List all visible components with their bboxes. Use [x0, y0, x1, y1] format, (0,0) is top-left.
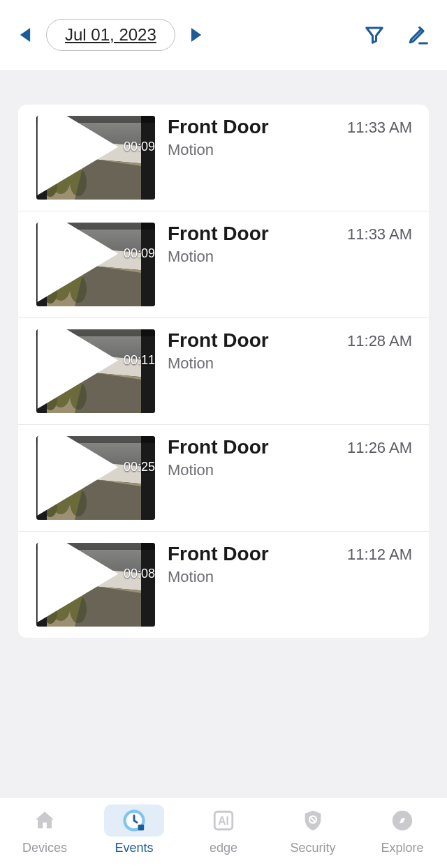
thumbnail-duration-overlay: 00:09 — [36, 116, 155, 195]
svg-rect-69 — [138, 824, 145, 830]
chevron-left-icon — [20, 28, 31, 42]
event-info: Front Door Motion — [155, 543, 347, 586]
thumbnail-duration: 00:09 — [124, 246, 155, 261]
nav-label: Devices — [22, 841, 67, 855]
next-day-button[interactable] — [188, 27, 205, 43]
event-thumbnail[interactable]: eufy 00:09 — [36, 116, 155, 200]
event-info: Front Door Motion — [155, 116, 347, 159]
date-navigator: Jul 01, 2023 — [17, 19, 205, 51]
event-time: 11:26 AM — [347, 436, 412, 457]
events-list: eufy 00:09 Front Door Motion 11:33 AM — [18, 105, 429, 638]
event-time: 11:28 AM — [347, 329, 412, 350]
thumbnail-duration: 00:25 — [124, 460, 155, 474]
svg-marker-66 — [38, 543, 119, 622]
chevron-right-icon — [191, 28, 202, 42]
nav-security[interactable]: Security — [283, 805, 343, 855]
svg-marker-14 — [38, 116, 119, 195]
nav-label: Events — [115, 841, 153, 855]
event-time: 11:12 AM — [347, 543, 412, 564]
event-thumbnail[interactable]: eufy 00:25 — [36, 436, 155, 520]
svg-marker-0 — [20, 28, 30, 42]
edit-icon — [406, 24, 429, 46]
thumbnail-duration-overlay: 00:08 — [36, 543, 155, 622]
thumbnail-duration-overlay: 00:25 — [36, 436, 155, 516]
event-type: Motion — [168, 461, 347, 479]
thumbnail-duration: 00:09 — [124, 140, 155, 154]
thumbnail-duration-overlay: 00:09 — [36, 223, 155, 302]
event-thumbnail[interactable]: eufy 00:08 — [36, 543, 155, 627]
event-camera-name: Front Door — [168, 436, 347, 458]
thumbnail-duration: 00:11 — [124, 353, 155, 368]
nav-explore[interactable]: Explore — [372, 805, 432, 855]
event-type: Motion — [168, 248, 347, 266]
bottom-nav: Devices Events AI edge Security Explore — [0, 798, 447, 868]
nav-events[interactable]: Events — [104, 805, 164, 855]
event-time: 11:33 AM — [347, 223, 412, 244]
filter-icon — [364, 24, 385, 45]
play-icon — [36, 116, 119, 195]
ai-icon: AI — [212, 809, 235, 832]
event-row[interactable]: eufy 00:08 Front Door Motion 11:12 AM — [18, 532, 429, 638]
thumbnail-duration-overlay: 00:11 — [36, 329, 155, 409]
home-icon — [33, 809, 57, 832]
event-row[interactable]: eufy 00:25 Front Door Motion 11:26 AM — [18, 425, 429, 532]
event-info: Front Door Motion — [155, 223, 347, 266]
event-camera-name: Front Door — [168, 223, 347, 245]
shield-icon — [301, 809, 325, 832]
play-icon — [36, 329, 119, 409]
event-row[interactable]: eufy 00:09 Front Door Motion 11:33 AM — [18, 211, 429, 318]
edit-button[interactable] — [405, 22, 430, 47]
svg-marker-53 — [38, 436, 119, 516]
event-type: Motion — [168, 568, 347, 586]
play-icon — [36, 223, 119, 302]
play-icon — [36, 436, 119, 516]
compass-icon — [390, 809, 414, 832]
event-row[interactable]: eufy 00:11 Front Door Motion 11:28 AM — [18, 318, 429, 425]
filter-button[interactable] — [362, 22, 387, 47]
event-info: Front Door Motion — [155, 329, 347, 373]
event-thumbnail[interactable]: eufy 00:09 — [36, 223, 155, 306]
event-info: Front Door Motion — [155, 436, 347, 479]
svg-text:AI: AI — [218, 814, 229, 826]
event-camera-name: Front Door — [168, 116, 347, 138]
thumbnail-duration: 00:08 — [124, 567, 155, 581]
play-icon — [36, 543, 119, 622]
nav-devices[interactable]: Devices — [15, 805, 75, 855]
svg-marker-27 — [38, 223, 119, 302]
event-camera-name: Front Door — [168, 543, 347, 565]
nav-label: Explore — [381, 841, 423, 855]
nav-label: edge — [210, 841, 237, 855]
date-selector[interactable]: Jul 01, 2023 — [46, 19, 175, 51]
event-camera-name: Front Door — [168, 329, 347, 352]
nav-edge[interactable]: AI edge — [193, 805, 254, 855]
event-type: Motion — [168, 354, 347, 373]
nav-label: Security — [290, 841, 335, 855]
top-bar: Jul 01, 2023 — [0, 0, 447, 70]
prev-day-button[interactable] — [17, 27, 34, 43]
event-time: 11:33 AM — [347, 116, 412, 137]
event-thumbnail[interactable]: eufy 00:11 — [36, 329, 155, 413]
event-type: Motion — [168, 141, 347, 159]
svg-marker-1 — [191, 28, 201, 42]
event-row[interactable]: eufy 00:09 Front Door Motion 11:33 AM — [18, 105, 429, 211]
clock-icon — [122, 809, 146, 832]
svg-marker-40 — [38, 329, 119, 409]
